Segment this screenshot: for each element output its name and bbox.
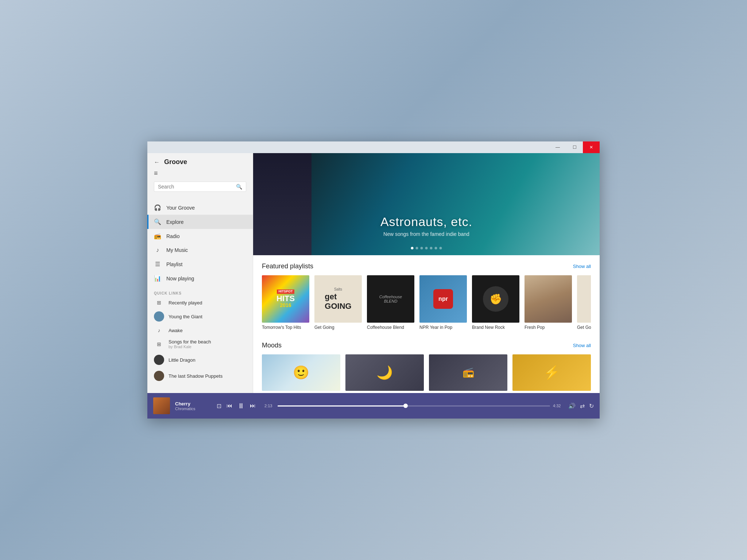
hero-dot-3[interactable] [421,247,423,249]
next-button[interactable]: ⏭ [250,402,256,409]
quick-label-last-shadow: The last Shadow Puppets [169,373,222,379]
sidebar-item-your-groove[interactable]: 🎧 Your Groove [147,201,253,215]
getgo-inner: Salts getGO [577,275,591,323]
maximize-button[interactable]: ☐ [566,141,583,153]
search-icon: 🔍 [236,184,242,190]
playlist-thumb-npr: npr [419,275,467,323]
recently-played-icon: ⊞ [154,300,164,306]
playlist-card-brand[interactable]: ✊ Brand New Rock [472,275,519,331]
quick-item-recently-played[interactable]: ⊞ Recently played [147,297,253,308]
playlist-card-npr[interactable]: npr NPR Year in Pop [419,275,467,331]
sidebar-item-explore[interactable]: 🔍 Explore [147,215,253,229]
sidebar-item-radio[interactable]: 📻 Radio [147,229,253,243]
hero-title: Astronauts, etc. [380,215,472,229]
playlist-card-getgo[interactable]: Salts getGO Get Goin [577,275,591,331]
player-controls: ⊡ ⏮ ⏸ ⏭ [217,402,256,410]
volume-button[interactable]: 🔊 [568,402,576,409]
sidebar-item-playlist[interactable]: ☰ Playlist [147,257,253,271]
progress-knob[interactable] [403,404,408,408]
playlist-label-fresh: Fresh Pop [525,325,572,331]
quick-item-last-shadow[interactable]: The last Shadow Puppets [147,368,253,384]
playlist-label-hits: Tomorrow's Top Hits [262,325,309,331]
playlist-card-fresh[interactable]: Fresh Pop [525,275,572,331]
playlist-label-brand: Brand New Rock [472,325,519,331]
moods-section: Moods Show all 🙂 🌙 📻 ⚡ [253,334,600,393]
player-right-controls: 🔊 ⇄ ↻ [568,402,594,409]
minimize-button[interactable]: — [549,141,566,153]
current-time: 2:13 [264,404,275,408]
hero-banner[interactable]: Astronauts, etc. New songs from the fame… [253,153,600,255]
playlist-label-coffee: Coffeehouse Blend [367,325,414,331]
total-time: 4:32 [553,404,563,408]
sidebar-label-now-playing: Now playing [166,276,194,281]
player-artist-name: Chromatics [175,407,208,411]
quick-item-awake[interactable]: ♪ Awake [147,324,253,336]
hero-dots [411,247,442,249]
hamburger-button[interactable]: ≡ [154,170,158,177]
sidebar-item-now-playing[interactable]: 📊 Now playing [147,271,253,285]
mood-card-happy[interactable]: 🙂 [262,354,340,391]
mood-card-chill-icon: 📻 [429,354,507,391]
mood-card-energy[interactable]: ⚡ [512,354,591,391]
explore-icon: 🔍 [154,218,161,225]
hero-dot-6[interactable] [435,247,437,249]
headphone-icon: 🎧 [154,204,161,211]
hero-dot-1[interactable] [411,247,414,249]
search-input[interactable] [158,184,236,190]
npr-badge: npr [433,289,453,309]
songs-beach-icon: ⊞ [154,341,164,347]
mood-card-chill[interactable]: 📻 [429,354,507,391]
hero-dot-7[interactable] [440,247,442,249]
brand-inner: ✊ [472,275,519,323]
mini-mode-button[interactable]: ⊡ [217,402,221,409]
shuffle-button[interactable]: ⇄ [580,402,585,409]
playlist-card-coffee[interactable]: CoffeehouseBLEND Coffeehouse Blend [367,275,414,331]
hero-dot-2[interactable] [416,247,418,249]
repeat-button[interactable]: ↻ [589,402,594,409]
app-window: — ☐ ✕ ← Groove ≡ 🔍 🎧 Your Gr [147,141,600,419]
hero-dot-4[interactable] [425,247,428,249]
moods-section-title: Moods [262,342,282,349]
mood-card-dark[interactable]: 🌙 [345,354,424,391]
playlist-row: HITSPOT HITS 2016 Tomorrow's Top Hits Sa… [262,275,591,331]
quick-label-young-giant: Young the Giant [169,314,202,319]
prev-button[interactable]: ⏮ [227,402,232,409]
quick-item-little-dragon[interactable]: Little Dragon [147,352,253,368]
app-title: Groove [164,158,187,166]
sidebar-label-my-music: My Music [166,247,188,253]
search-box[interactable]: 🔍 [154,182,246,192]
going-inner: Salts getGOING [314,275,362,323]
featured-section-header: Featured playlists Show all [262,262,591,270]
pause-button[interactable]: ⏸ [237,402,245,410]
going-title: getGOING [325,292,351,311]
progress-track[interactable] [278,405,550,407]
playlist-card-going[interactable]: Salts getGOING Get Going [314,275,362,331]
quick-links-label: QUICK LINKS [147,288,253,297]
hero-dot-5[interactable] [430,247,433,249]
playlist-label-npr: NPR Year in Pop [419,325,467,331]
playlist-label-getgo: Get Goin [577,325,591,331]
hero-text-block: Astronauts, etc. New songs from the fame… [380,215,472,237]
sidebar: ← Groove ≡ 🔍 🎧 Your Groove 🔍 Explore [147,153,253,393]
playlist-thumb-fresh [525,275,572,323]
back-button[interactable]: ← [154,159,160,166]
hits-big-label: HITS [276,295,295,303]
quick-label-awake: Awake [169,328,183,333]
playlist-thumb-hits: HITSPOT HITS 2016 [262,275,309,323]
avatar-young-giant [154,311,164,322]
moods-show-all[interactable]: Show all [573,343,591,348]
sidebar-item-my-music[interactable]: ♪ My Music [147,243,253,257]
going-logo: Salts [334,287,342,291]
close-button[interactable]: ✕ [583,141,600,153]
quick-item-songs-beach[interactable]: ⊞ Songs for the beach by Brad Kale [147,336,253,352]
adele-face [525,275,572,323]
window-chrome: — ☐ ✕ [147,141,600,153]
quick-label-little-dragon: Little Dragon [169,357,196,363]
mood-card-energy-icon: ⚡ [512,354,591,391]
quick-item-young-giant[interactable]: Young the Giant [147,308,253,324]
quick-label-songs-beach-wrapper: Songs for the beach by Brad Kale [169,339,211,349]
featured-show-all[interactable]: Show all [573,264,591,269]
sidebar-top: ← Groove ≡ 🔍 [147,153,253,201]
playlist-card-hits[interactable]: HITSPOT HITS 2016 Tomorrow's Top Hits [262,275,309,331]
quick-label-recently-played: Recently played [169,300,202,306]
